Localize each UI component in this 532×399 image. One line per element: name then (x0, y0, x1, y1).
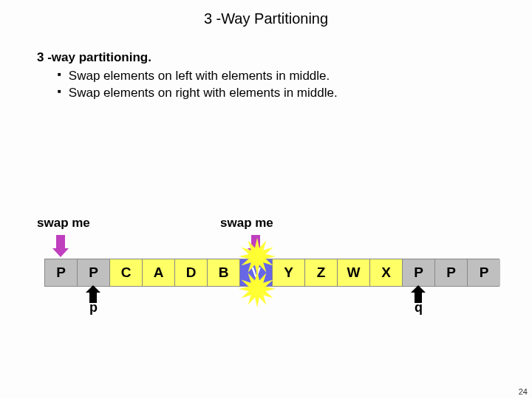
array-cell: P (78, 259, 110, 286)
array-cell: P (435, 259, 468, 286)
swap-label-left: swap me (37, 216, 90, 231)
array-cell: Y (273, 259, 305, 286)
array-cell: P (468, 259, 500, 286)
array-cell: W (338, 259, 370, 286)
array-cell: B (208, 259, 240, 286)
pointer-p-label: p (89, 300, 98, 316)
bullet-item: Swap elements on right with elements in … (58, 85, 495, 102)
array-cell: C (110, 259, 143, 286)
array-diagram: swap me swap me PPCADBVYZWXPPP p q (44, 259, 499, 287)
array-cells: PPCADBVYZWXPPP (44, 259, 499, 287)
array-cell: A (143, 259, 175, 286)
bullet-list: Swap elements on left with elements in m… (37, 68, 495, 102)
content-block: 3 -way partitioning. Swap elements on le… (0, 27, 532, 102)
array-cell: V (240, 259, 273, 286)
bullet-item: Swap elements on left with elements in m… (58, 68, 495, 85)
pointer-q-label: q (415, 300, 423, 316)
swap-label-right: swap me (220, 216, 273, 231)
array-cell: X (370, 259, 403, 286)
page-title: 3 -Way Partitioning (0, 0, 532, 27)
array-cell: Z (305, 259, 338, 286)
array-cell: P (403, 259, 435, 286)
array-cell: D (175, 259, 208, 286)
page-number: 24 (519, 387, 528, 396)
section-heading: 3 -way partitioning. (37, 50, 495, 66)
array-cell: P (45, 259, 78, 286)
